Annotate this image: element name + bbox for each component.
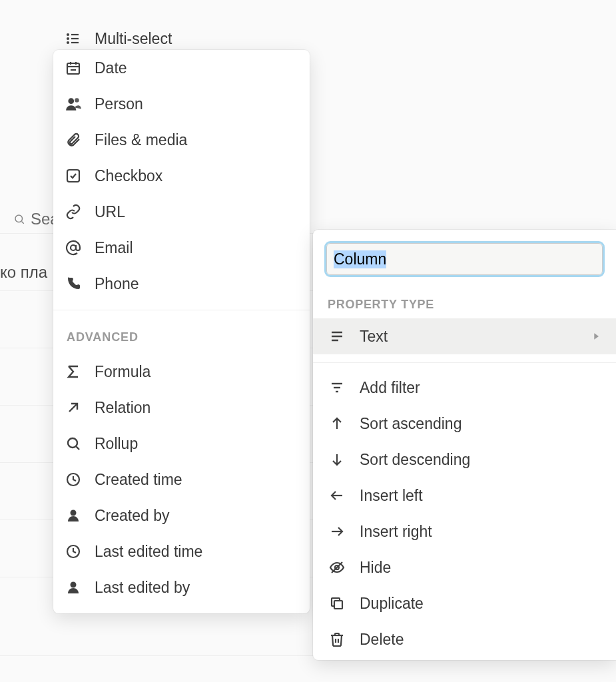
menu-item-label: Last edited by [95, 579, 190, 597]
arrow-up-right-icon [64, 398, 83, 417]
attachment-icon [64, 131, 83, 149]
svg-rect-36 [334, 601, 342, 609]
menu-item-hide[interactable]: Hide [313, 549, 616, 585]
menu-item-person[interactable]: Person [53, 86, 310, 122]
property-type-submenu: Multi-select DatePersonFiles & mediaChec… [53, 50, 310, 613]
search-background: Sea [13, 210, 59, 228]
menu-item-label: Phone [95, 275, 139, 293]
menu-item-relation[interactable]: Relation [53, 390, 310, 426]
menu-item-insert-right[interactable]: Insert right [313, 513, 616, 549]
menu-item-label: Add filter [360, 379, 601, 397]
svg-line-19 [77, 447, 80, 450]
calendar-icon [64, 59, 83, 77]
menu-item-label: Person [95, 95, 143, 113]
menu-item-label: Email [95, 239, 133, 257]
svg-rect-8 [67, 63, 79, 74]
menu-item-sort-descending[interactable]: Sort descending [313, 442, 616, 478]
menu-item-label: Last edited time [95, 543, 202, 561]
menu-item-label: Duplicate [360, 595, 601, 613]
arrow-up-icon [328, 414, 346, 433]
menu-item-last-edited-by[interactable]: Last edited by [53, 569, 310, 605]
menu-item-label: Sort descending [360, 451, 601, 469]
menu-item-label: Created by [95, 507, 170, 525]
svg-point-0 [15, 215, 23, 222]
menu-item-label: Created time [95, 471, 182, 489]
arrow-right-icon [328, 522, 346, 541]
menu-item-label: Checkbox [95, 167, 162, 185]
svg-point-13 [68, 98, 74, 104]
menu-item-formula[interactable]: Formula [53, 354, 310, 390]
menu-item-label: Sort ascending [360, 415, 601, 433]
column-menu: PROPERTY TYPE Text Add filterSort ascend… [313, 230, 616, 660]
property-type-current: Text [360, 328, 577, 346]
menu-item-sort-ascending[interactable]: Sort ascending [313, 406, 616, 442]
svg-point-23 [71, 582, 77, 588]
property-type-label: Multi-select [95, 30, 172, 48]
eye-off-icon [328, 558, 346, 577]
column-name-input[interactable] [326, 243, 603, 275]
clock-icon [64, 470, 83, 489]
menu-item-label: Rollup [95, 435, 138, 453]
sigma-icon [64, 362, 83, 381]
menu-item-checkbox[interactable]: Checkbox [53, 158, 310, 194]
svg-line-17 [69, 404, 77, 412]
trash-icon [328, 630, 346, 649]
arrow-down-icon [328, 450, 346, 469]
menu-item-label: Hide [360, 559, 601, 577]
menu-item-email[interactable]: Email [53, 230, 310, 266]
svg-point-21 [71, 510, 77, 516]
user-solid-icon [64, 578, 83, 597]
menu-item-files-media[interactable]: Files & media [53, 122, 310, 158]
menu-item-delete[interactable]: Delete [313, 621, 616, 657]
svg-point-4 [67, 38, 69, 39]
svg-point-6 [67, 42, 69, 43]
menu-item-label: Delete [360, 631, 601, 649]
svg-point-14 [75, 98, 79, 103]
arrow-left-icon [328, 486, 346, 505]
user-solid-icon [64, 506, 83, 525]
svg-point-2 [67, 34, 69, 35]
menu-item-label: Relation [95, 399, 151, 417]
property-type-selector[interactable]: Text [313, 318, 616, 354]
link-icon [64, 202, 83, 221]
menu-item-date[interactable]: Date [53, 50, 310, 86]
menu-item-last-edited-time[interactable]: Last edited time [53, 533, 310, 569]
menu-item-label: Files & media [95, 131, 187, 149]
phone-icon [64, 274, 83, 293]
menu-item-insert-left[interactable]: Insert left [313, 478, 616, 513]
menu-item-created-by[interactable]: Created by [53, 498, 310, 533]
duplicate-icon [328, 594, 346, 613]
svg-point-16 [71, 245, 76, 250]
list-icon [64, 30, 83, 48]
filter-icon [328, 378, 346, 397]
menu-item-add-filter[interactable]: Add filter [313, 370, 616, 406]
clock-icon [64, 542, 83, 561]
property-type-multiselect-partial[interactable]: Multi-select [53, 30, 310, 50]
bg-row-text: ко пла [0, 263, 47, 282]
property-type-header: PROPERTY TYPE [313, 279, 616, 318]
person-icon [64, 95, 83, 113]
menu-item-label: Insert left [360, 487, 601, 505]
menu-item-rollup[interactable]: Rollup [53, 426, 310, 462]
menu-divider [313, 362, 616, 363]
checkbox-icon [64, 167, 83, 185]
svg-rect-15 [67, 170, 79, 182]
menu-item-label: Formula [95, 363, 151, 381]
search-icon [64, 434, 83, 453]
menu-item-label: Insert right [360, 523, 601, 541]
svg-line-1 [21, 221, 23, 223]
chevron-right-icon [591, 331, 601, 342]
svg-point-18 [68, 438, 77, 448]
menu-item-label: Date [95, 59, 127, 77]
menu-item-created-time[interactable]: Created time [53, 462, 310, 498]
menu-item-label: URL [95, 203, 125, 221]
text-icon [328, 327, 346, 346]
advanced-section-header: ADVANCED [53, 310, 310, 354]
menu-item-url[interactable]: URL [53, 194, 310, 230]
menu-item-phone[interactable]: Phone [53, 266, 310, 302]
at-icon [64, 238, 83, 257]
menu-item-duplicate[interactable]: Duplicate [313, 585, 616, 621]
